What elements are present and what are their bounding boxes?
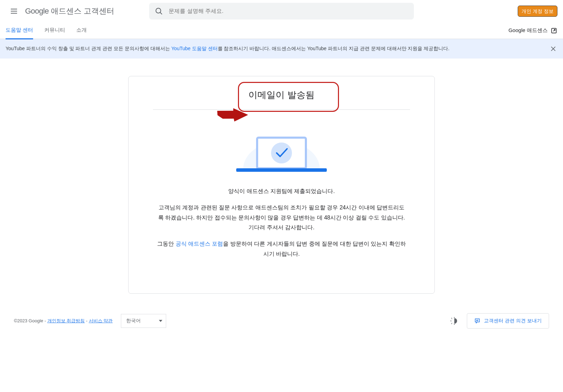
adsense-forum-link[interactable]: 공식 애드센스 포럼 — [176, 241, 223, 247]
account-badge[interactable]: 개인 계정 정보 — [518, 6, 557, 17]
success-illustration — [129, 127, 434, 176]
logo-product: 애드센스 고객센터 — [49, 7, 114, 15]
svg-point-11 — [271, 143, 292, 163]
card-body: 양식이 애드센스 지원팀에 제출되었습니다. 고객님의 계정과 관련된 질문 사… — [129, 186, 434, 259]
tab-community[interactable]: 커뮤니티 — [44, 22, 65, 39]
tab-about[interactable]: 소개 — [76, 22, 87, 39]
notification-text-before: YouTube 파트너의 수익 창출 및 파트너 관계 관련 모든 문의사항에 … — [6, 46, 171, 51]
language-label: 한국어 — [126, 318, 141, 324]
language-select[interactable]: 한국어 — [121, 314, 166, 328]
caret-down-icon — [159, 320, 162, 322]
tabs: 도움말 센터 커뮤니티 소개 — [6, 22, 87, 39]
footer-right: 고객센터 관련 의견 보내기 — [450, 313, 549, 329]
logo-google: Google — [25, 7, 49, 15]
terms-link[interactable]: 서비스 약관 — [89, 318, 113, 323]
footer-separator: - — [85, 318, 89, 323]
logo[interactable]: Google 애드센스 고객센터 — [25, 6, 114, 16]
submitted-text: 양식이 애드센스 지원팀에 제출되었습니다. — [156, 186, 407, 197]
send-feedback-button[interactable]: 고객센터 관련 의견 보내기 — [467, 313, 549, 329]
theme-toggle-icon[interactable] — [450, 317, 458, 325]
feedback-label: 고객센터 관련 의견 보내기 — [484, 318, 542, 324]
forum-text-before: 그동안 — [157, 241, 175, 247]
annotation-highlight-box — [238, 82, 339, 112]
copyright-text: ©2023 Google - — [14, 318, 47, 323]
svg-point-3 — [156, 8, 161, 13]
svg-line-16 — [452, 318, 452, 318]
notification-text: YouTube 파트너의 수익 창출 및 파트너 관계 관련 모든 문의사항에 … — [6, 45, 543, 52]
footer-legal: ©2023 Google - 개인정보 취급방침 - 서비스 약관 — [14, 318, 113, 324]
confirmation-card: 이메일이 발송됨 양식이 애드센스 지원팀에 제출되었습니다. 고객님의 계정과… — [128, 76, 435, 294]
close-icon — [550, 45, 557, 52]
chat-icon — [474, 318, 480, 324]
main-content: 이메일이 발송됨 양식이 애드센스 지원팀에 제출되었습니다. 고객님의 계정과… — [0, 59, 563, 308]
youtube-help-link[interactable]: YouTube 도움말 센터 — [171, 46, 218, 51]
header: Google 애드센스 고객센터 개인 계정 정보 — [0, 0, 563, 22]
privacy-link[interactable]: 개인정보 취급방침 — [47, 318, 85, 323]
hamburger-icon — [10, 7, 18, 15]
response-time-text: 고객님의 계정과 관련된 질문 사항으로 애드센스팀의 조치가 필요할 경우 2… — [156, 203, 407, 233]
search-icon — [155, 7, 163, 15]
tab-help-center[interactable]: 도움말 센터 — [6, 22, 33, 39]
notification-bar: YouTube 파트너의 수익 창출 및 파트너 관계 관련 모든 문의사항에 … — [0, 39, 563, 59]
external-link-icon — [550, 27, 557, 34]
notification-close-button[interactable] — [549, 45, 557, 53]
adsense-link-label: Google 애드센스 — [508, 27, 548, 34]
search-box[interactable] — [149, 3, 414, 20]
card-title-wrap: 이메일이 발송됨 — [153, 89, 410, 110]
footer: ©2023 Google - 개인정보 취급방침 - 서비스 약관 한국어 — [0, 308, 563, 343]
forum-text-after: 을 방문하여 다른 게시자들의 답변 중에 질문에 대한 답변이 있는지 확인하… — [223, 241, 406, 257]
svg-line-17 — [452, 323, 452, 324]
svg-rect-10 — [236, 168, 327, 172]
notification-text-after: 를 참조하시기 바랍니다. 애드센스에서는 YouTube 파트너의 지급 관련… — [218, 46, 450, 51]
tabs-row: 도움말 센터 커뮤니티 소개 Google 애드센스 — [0, 22, 563, 39]
svg-line-4 — [160, 13, 162, 15]
search-input[interactable] — [169, 8, 408, 14]
adsense-external-link[interactable]: Google 애드센스 — [508, 27, 557, 34]
forum-text: 그동안 공식 애드센스 포럼을 방문하여 다른 게시자들의 답변 중에 질문에 … — [156, 239, 407, 259]
main-menu-button[interactable] — [6, 3, 22, 20]
laptop-checkmark-icon — [233, 127, 330, 176]
